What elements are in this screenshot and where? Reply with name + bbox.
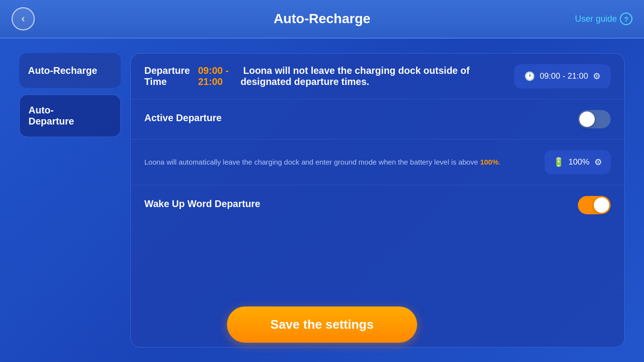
wake-up-word-toggle-knob — [594, 197, 609, 213]
gear-icon-battery: ⚙ — [594, 157, 602, 167]
departure-time-title: Departure Time — [144, 65, 198, 87]
wake-up-word-row: Wake Up Word Departure — [131, 185, 624, 225]
active-departure-toggle-container — [578, 110, 611, 128]
page-title: Auto-Recharge — [274, 11, 371, 27]
battery-desc-suffix: . — [499, 158, 501, 166]
wake-up-word-text: Wake Up Word Departure — [144, 198, 568, 212]
save-settings-button[interactable]: Save the settings — [227, 306, 417, 343]
departure-time-desc-inline: Loona will not leave the charging dock o… — [240, 65, 504, 87]
help-icon: ? — [620, 13, 632, 25]
time-badge-button[interactable]: 🕐 09:00 - 21:00 ⚙ — [514, 64, 611, 88]
user-guide-label: User guide — [575, 14, 617, 24]
active-departure-label: Active Departure — [144, 112, 568, 124]
departure-time-highlight: 09:00 - 21:00 — [198, 65, 240, 87]
time-badge-value: 09:00 - 21:00 — [540, 71, 588, 81]
back-button[interactable]: ‹ — [12, 7, 35, 30]
header: ‹ Auto-Recharge User guide ? — [0, 0, 644, 39]
battery-badge-button[interactable]: 🔋 100% ⚙ — [545, 150, 611, 174]
active-departure-text: Active Departure — [144, 112, 568, 126]
user-guide-link[interactable]: User guide ? — [575, 13, 632, 25]
battery-level-row: Loona will automatically leave the charg… — [131, 139, 624, 185]
sidebar-item-auto-departure[interactable]: Auto-Departure — [19, 95, 121, 137]
active-departure-toggle[interactable] — [578, 110, 611, 128]
sidebar: Auto-Recharge Auto-Departure — [19, 53, 121, 348]
battery-icon: 🔋 — [553, 157, 564, 167]
back-icon: ‹ — [21, 13, 25, 25]
wake-up-word-toggle[interactable] — [578, 196, 611, 214]
battery-level-text: Loona will automatically leave the charg… — [144, 157, 535, 168]
wake-up-word-label: Wake Up Word Departure — [144, 198, 568, 209]
sidebar-item-label: Auto-Recharge — [28, 65, 97, 76]
battery-level-desc: Loona will automatically leave the charg… — [144, 157, 535, 168]
sidebar-item-label: Auto-Departure — [28, 105, 74, 127]
gear-icon: ⚙ — [593, 71, 601, 82]
battery-desc-prefix: Loona will automatically leave the charg… — [144, 158, 480, 166]
departure-time-title-row: Departure Time 09:00 - 21:00 Loona will … — [144, 65, 504, 87]
departure-time-row: Departure Time 09:00 - 21:00 Loona will … — [131, 54, 624, 99]
departure-time-text: Departure Time 09:00 - 21:00 Loona will … — [144, 65, 504, 87]
sidebar-item-auto-recharge[interactable]: Auto-Recharge — [19, 53, 121, 88]
battery-badge-value: 100% — [569, 157, 589, 167]
active-departure-row: Active Departure — [131, 99, 624, 139]
battery-level-highlight: 100% — [480, 158, 498, 166]
active-departure-toggle-knob — [579, 111, 595, 127]
wake-up-word-toggle-container — [578, 196, 611, 214]
save-button-container: Save the settings — [227, 306, 417, 343]
content-panel: Departure Time 09:00 - 21:00 Loona will … — [130, 53, 625, 348]
clock-icon: 🕐 — [524, 71, 535, 82]
